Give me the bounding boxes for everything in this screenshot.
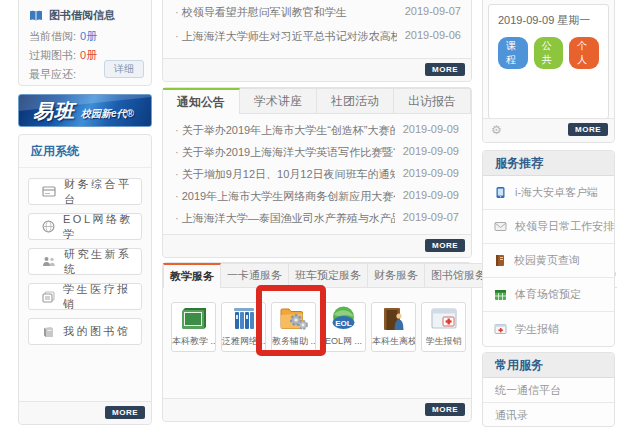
current-borrow-value: 0册 bbox=[80, 29, 97, 44]
news-list: 校领导看望并慰问军训教官和学生 2019-09-07 上海海洋大学师生对习近平总… bbox=[175, 5, 461, 53]
overdue-books-label: 过期图书: bbox=[29, 48, 76, 63]
library-detail-button[interactable]: 详细 bbox=[104, 60, 144, 78]
app-item-mylibrary[interactable]: 我的图书馆 bbox=[28, 318, 142, 345]
reco-item-student-reimbursement[interactable]: 学生报销 bbox=[483, 312, 614, 346]
folder-gear-icon bbox=[279, 305, 309, 332]
service-card-academic-affairs-assist[interactable]: 教务辅助 ... bbox=[271, 302, 316, 352]
notices-more-button[interactable]: MORE bbox=[425, 239, 465, 252]
reco-item-label: 体育场馆预定 bbox=[515, 287, 581, 302]
notice-list: 关于举办2019年上海市大学生“创造杯”大赛的通知 2019-09-09 关于举… bbox=[163, 114, 471, 248]
apps-more-button[interactable]: MORE bbox=[105, 406, 145, 419]
service-card-undergrad-leave-school[interactable]: 本科生离校 bbox=[371, 302, 416, 352]
reco-item-label: i-海大安卓客户端 bbox=[515, 185, 598, 200]
pill-courses[interactable]: 课程 bbox=[498, 37, 528, 69]
services-tabbar: 教学服务 一卡通服务 班车预定服务 财务服务 图书馆服务 后勤服务 生活服务 ⚙ bbox=[163, 263, 471, 288]
calendar-date: 2019-09-09 星期一 bbox=[489, 5, 608, 28]
svg-text:EOL: EOL bbox=[335, 319, 352, 328]
notice-item[interactable]: 关于举办2019年上海市大学生“创造杯”大赛的通知 2019-09-09 bbox=[175, 123, 459, 138]
campus-news-panel: 校领导看望并慰问军训教官和学生 2019-09-07 上海海洋大学师生对习近平总… bbox=[162, 0, 472, 82]
reco-item-label: 学生报销 bbox=[515, 322, 559, 337]
library-panel-header: 图书借阅信息 bbox=[19, 0, 151, 27]
app-item-label: 学生医疗报销 bbox=[63, 282, 141, 312]
notice-item-date: 2019-09-09 bbox=[403, 167, 459, 182]
notice-item-title: 关于增加9月12日、10月12日夜间班车的通知 bbox=[175, 167, 395, 182]
news-item[interactable]: 校领导看望并慰问军训教官和学生 2019-09-07 bbox=[175, 5, 461, 20]
finance-card-icon bbox=[42, 186, 56, 197]
yiban-banner[interactable]: 易班 校园新e代® bbox=[18, 94, 152, 127]
notices-panel: 通知公告 学术讲座 社团活动 出访报告 关于举办2019年上海市大学生“创造杯”… bbox=[162, 87, 472, 258]
app-item-finance[interactable]: 财务综合平台 bbox=[28, 178, 142, 205]
news-item[interactable]: 上海海洋大学师生对习近平总书记对涉农高校师生回信反响热烈 2019-09-06 bbox=[175, 29, 461, 44]
app-item-label: EOL网络教学 bbox=[63, 212, 141, 242]
calendar-more-button[interactable]: MORE bbox=[568, 123, 608, 136]
common-item-contacts[interactable]: 通讯录 bbox=[483, 403, 614, 428]
app-systems-panel: 应用系统 财务综合平台 EOL网络教学 研究生新系统 学生医疗报销 我的图书馆 bbox=[18, 134, 152, 425]
news-footer: MORE bbox=[163, 58, 471, 81]
common-services-panel: 常用服务 统一通信平台 通讯录 bbox=[482, 352, 615, 427]
tab-card-services[interactable]: 一卡通服务 bbox=[221, 263, 289, 288]
tab-academic-lectures[interactable]: 学术讲座 bbox=[240, 88, 317, 114]
recommended-services-panel: 服务推荐 i-海大安卓客户端 校领导日常工作安排 校园黄页查询 体育场馆预定 学… bbox=[482, 150, 615, 347]
eol-globe-icon bbox=[42, 220, 55, 233]
app-item-label: 我的图书馆 bbox=[63, 324, 131, 339]
notice-item[interactable]: 关于举办2019上海海洋大学英语写作比赛暨“外研社杯”全国英语写作大赛选 201… bbox=[175, 145, 459, 160]
library-panel-title: 图书借阅信息 bbox=[49, 8, 115, 23]
yiban-tagline: 校园新e代® bbox=[81, 107, 134, 121]
app-item-graduate[interactable]: 研究生新系统 bbox=[28, 248, 142, 275]
reimburse-icon bbox=[430, 306, 458, 332]
services-panel: 教学服务 一卡通服务 班车预定服务 财务服务 图书馆服务 后勤服务 生活服务 ⚙… bbox=[162, 262, 472, 422]
services-more-button[interactable]: MORE bbox=[425, 403, 465, 416]
reco-item-label: 校园黄页查询 bbox=[514, 253, 580, 268]
current-borrow-label: 当前借阅: bbox=[29, 29, 76, 44]
library-book-icon bbox=[42, 326, 55, 338]
reco-item-sports-venue[interactable]: 体育场馆预定 bbox=[483, 278, 614, 312]
common-item-unified-communication[interactable]: 统一通信平台 bbox=[483, 378, 614, 403]
recommended-services-title: 服务推荐 bbox=[483, 151, 614, 176]
tab-teaching-services[interactable]: 教学服务 bbox=[163, 263, 221, 288]
reco-item-android-client[interactable]: i-海大安卓客户端 bbox=[483, 176, 614, 210]
tab-club-activities[interactable]: 社团活动 bbox=[317, 88, 394, 114]
app-systems-title: 应用系统 bbox=[19, 135, 151, 168]
app-item-eol[interactable]: EOL网络教学 bbox=[28, 213, 142, 240]
notice-item[interactable]: 上海海洋大学—泰国渔业司水产养殖与水产品加工联合研讨会 2019-09-07 bbox=[175, 211, 459, 226]
eol-globe-color-icon: EOL bbox=[330, 305, 357, 332]
notice-item-date: 2019-09-09 bbox=[403, 189, 459, 204]
notice-item[interactable]: 2019年上海市大学生网络商务创新应用大赛公告 2019-09-09 bbox=[175, 189, 459, 204]
calendar-footer: ⚙ MORE bbox=[483, 118, 614, 142]
news-more-button[interactable]: MORE bbox=[425, 63, 465, 76]
service-card-student-reimbursement[interactable]: 学生报销 bbox=[421, 302, 466, 352]
calendar-pill-row: 课程 公共 个人 bbox=[489, 28, 608, 78]
notice-item[interactable]: 关于增加9月12日、10月12日夜间班车的通知 2019-09-09 bbox=[175, 167, 459, 182]
tab-visit-reports[interactable]: 出访报告 bbox=[394, 88, 471, 114]
service-card-fanya-network[interactable]: 泛雅网络 ... bbox=[221, 302, 266, 352]
notice-item-title: 上海海洋大学—泰国渔业司水产养殖与水产品加工联合研讨会 bbox=[175, 211, 395, 226]
service-card-undergrad-teaching[interactable]: 本科教学 ... bbox=[171, 302, 216, 352]
reimburse-small-icon bbox=[494, 323, 507, 335]
reco-item-yellow-pages[interactable]: 校园黄页查询 bbox=[483, 244, 614, 278]
book-icon bbox=[29, 10, 43, 22]
tab-finance-services[interactable]: 财务服务 bbox=[368, 263, 425, 288]
app-item-medical[interactable]: 学生医疗报销 bbox=[28, 283, 142, 310]
app-systems-list: 财务综合平台 EOL网络教学 研究生新系统 学生医疗报销 我的图书馆 bbox=[19, 168, 151, 363]
reco-item-label: 校领导日常工作安排 bbox=[515, 219, 614, 234]
notice-item-date: 2019-09-07 bbox=[403, 211, 459, 226]
notices-tabbar: 通知公告 学术讲座 社团活动 出访报告 bbox=[163, 88, 471, 114]
door-person-icon bbox=[380, 306, 408, 332]
app-systems-footer: MORE bbox=[19, 401, 151, 424]
tab-shuttle-services[interactable]: 班车预定服务 bbox=[289, 263, 368, 288]
app-item-label: 研究生新系统 bbox=[64, 247, 141, 277]
calendar-gear-icon[interactable]: ⚙ bbox=[491, 123, 502, 137]
pill-personal[interactable]: 个人 bbox=[569, 37, 599, 69]
calendar-panel: 2019-09-09 星期一 课程 公共 个人 ⚙ MORE bbox=[482, 0, 615, 143]
news-item-date: 2019-09-07 bbox=[405, 5, 461, 20]
service-card-eol-network[interactable]: EOL EOL网 ... bbox=[321, 302, 366, 352]
service-card-label: 本科生离校 bbox=[372, 335, 415, 348]
tab-notice-announcements[interactable]: 通知公告 bbox=[163, 88, 240, 114]
services-footer: MORE bbox=[163, 398, 471, 421]
graduate-icon bbox=[42, 256, 56, 267]
app-item-label: 财务综合平台 bbox=[64, 177, 141, 207]
android-client-icon bbox=[494, 186, 507, 199]
service-card-label: 学生报销 bbox=[426, 335, 462, 348]
reco-item-leader-schedule[interactable]: 校领导日常工作安排 bbox=[483, 210, 614, 244]
pill-public[interactable]: 公共 bbox=[534, 37, 564, 69]
